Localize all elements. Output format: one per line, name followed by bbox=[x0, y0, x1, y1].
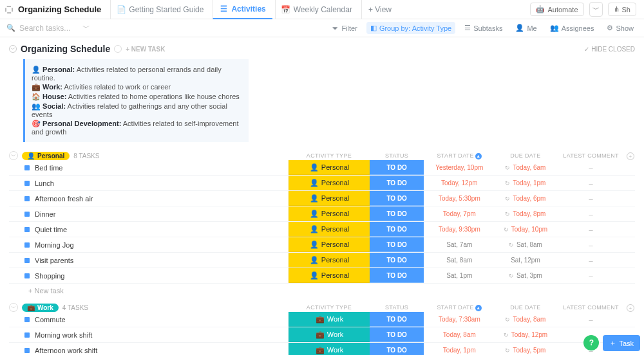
task-title-cell[interactable]: Morning work shift bbox=[9, 327, 289, 342]
due-date-cell[interactable]: ↻Sat, 3pm bbox=[495, 268, 556, 283]
add-column-button[interactable]: + bbox=[627, 304, 634, 312]
status-square[interactable] bbox=[24, 212, 30, 217]
search-tasks-input[interactable]: 🔍 Search tasks... ﹀ bbox=[6, 23, 90, 33]
due-date-cell[interactable]: ↻Sat, 8am bbox=[495, 237, 556, 252]
column-header-type[interactable]: ACTIVITY TYPE bbox=[288, 152, 370, 160]
column-header-status[interactable]: STATUS bbox=[370, 304, 423, 312]
task-title-cell[interactable]: Visit parents bbox=[9, 253, 289, 268]
column-header-due[interactable]: DUE DATE bbox=[495, 304, 556, 312]
show-button[interactable]: ⚙Show bbox=[603, 22, 638, 34]
add-column-button[interactable]: + bbox=[627, 152, 634, 160]
start-date-cell[interactable]: Today, 7pm bbox=[424, 206, 495, 221]
latest-comment-cell[interactable]: – bbox=[556, 312, 626, 327]
new-task-button[interactable]: ＋Task bbox=[603, 335, 640, 351]
due-date-cell[interactable]: ↻Today, 6am bbox=[495, 160, 556, 175]
status-square[interactable] bbox=[24, 348, 30, 353]
latest-comment-cell[interactable]: – bbox=[556, 160, 626, 175]
due-date-cell[interactable]: ↻Today, 1pm bbox=[495, 176, 556, 190]
activity-type-cell[interactable]: 👤Personal bbox=[289, 191, 370, 206]
status-square[interactable] bbox=[24, 181, 30, 186]
help-button[interactable]: ? bbox=[583, 335, 599, 350]
new-task-row[interactable]: + New task bbox=[9, 284, 635, 298]
task-row[interactable]: Quiet time 👤Personal TO DO Today, 9:30pm… bbox=[9, 222, 635, 237]
due-date-cell[interactable]: ↻Today, 10pm bbox=[495, 222, 556, 237]
collapse-list-button[interactable]: ﹀ bbox=[9, 45, 17, 53]
task-title-cell[interactable]: Morning Jog bbox=[9, 237, 289, 252]
hide-closed-toggle[interactable]: ✓ HIDE CLOSED bbox=[584, 46, 635, 53]
activity-type-cell[interactable]: 💼Work bbox=[289, 327, 370, 342]
status-square[interactable] bbox=[24, 196, 30, 201]
latest-comment-cell[interactable]: – bbox=[556, 268, 626, 283]
column-header-comment[interactable]: LATEST COMMENT bbox=[556, 152, 626, 160]
task-row[interactable]: Bed time 👤Personal TO DO Yesterday, 10pm… bbox=[9, 160, 635, 176]
share-button[interactable]: ⋔ Sh bbox=[608, 3, 636, 16]
task-title-cell[interactable]: Lunch bbox=[9, 176, 289, 190]
status-square[interactable] bbox=[24, 317, 30, 322]
task-title-cell[interactable]: Afternoon work shift bbox=[9, 343, 289, 355]
start-date-cell[interactable]: Today, 7:30am bbox=[424, 312, 495, 327]
start-date-cell[interactable]: Today, 8am bbox=[424, 327, 495, 342]
status-square[interactable] bbox=[24, 332, 30, 338]
status-cell[interactable]: TO DO bbox=[370, 268, 423, 283]
task-row[interactable]: Shopping 👤Personal TO DO Sat, 1pm ↻Sat, … bbox=[9, 268, 635, 284]
activity-type-cell[interactable]: 👤Personal bbox=[289, 268, 370, 283]
status-cell[interactable]: TO DO bbox=[370, 327, 423, 342]
status-cell[interactable]: TO DO bbox=[370, 176, 423, 190]
latest-comment-cell[interactable]: – bbox=[556, 222, 626, 237]
tab-activities[interactable]: ☰ Activities bbox=[213, 0, 272, 19]
start-date-cell[interactable]: Sat, 1pm bbox=[424, 268, 495, 283]
group-by-button[interactable]: ◧Group by: Activity Type bbox=[366, 22, 455, 34]
list-settings-button[interactable] bbox=[114, 45, 122, 53]
status-cell[interactable]: TO DO bbox=[370, 222, 423, 237]
task-title-cell[interactable]: Afternoon fresh air bbox=[9, 191, 289, 206]
column-header-status[interactable]: STATUS bbox=[370, 152, 423, 160]
activity-type-cell[interactable]: 👤Personal bbox=[289, 222, 370, 237]
latest-comment-cell[interactable]: – bbox=[556, 191, 626, 206]
column-header-type[interactable]: ACTIVITY TYPE bbox=[288, 304, 370, 312]
activity-type-cell[interactable]: 👤Personal bbox=[289, 160, 370, 175]
status-cell[interactable]: TO DO bbox=[370, 160, 423, 175]
start-date-cell[interactable]: Today, 12pm bbox=[424, 176, 495, 190]
tab-weekly-calendar[interactable]: 📅 Weekly Calendar bbox=[275, 0, 359, 19]
status-square[interactable] bbox=[24, 258, 30, 263]
latest-comment-cell[interactable]: – bbox=[556, 253, 626, 268]
due-date-cell[interactable]: ↻Today, 6pm bbox=[495, 191, 556, 206]
me-button[interactable]: 👤Me bbox=[511, 22, 540, 34]
activity-type-cell[interactable]: 👤Personal bbox=[289, 206, 370, 221]
tab-getting-started[interactable]: 📄 Getting Started Guide bbox=[110, 0, 210, 19]
activity-type-cell[interactable]: 👤Personal bbox=[289, 253, 370, 268]
start-date-cell[interactable]: Sat, 8am bbox=[424, 253, 495, 268]
start-date-cell[interactable]: Yesterday, 10pm bbox=[424, 160, 495, 175]
status-cell[interactable]: TO DO bbox=[370, 253, 423, 268]
filter-button[interactable]: ⏷Filter bbox=[328, 23, 361, 34]
task-row[interactable]: Morning Jog 👤Personal TO DO Sat, 7am ↻Sa… bbox=[9, 237, 635, 253]
automate-button[interactable]: 🤖 Automate bbox=[530, 3, 583, 16]
add-view-button[interactable]: + View bbox=[361, 0, 398, 19]
status-cell[interactable]: TO DO bbox=[370, 237, 423, 252]
latest-comment-cell[interactable]: – bbox=[556, 237, 626, 252]
status-cell[interactable]: TO DO bbox=[370, 206, 423, 221]
due-date-cell[interactable]: ↻Today, 12pm bbox=[495, 327, 556, 342]
activity-type-cell[interactable]: 👤Personal bbox=[289, 176, 370, 190]
subtasks-button[interactable]: ☰Subtasks bbox=[460, 22, 506, 34]
column-header-due[interactable]: DUE DATE bbox=[495, 152, 556, 160]
task-row[interactable]: Dinner 👤Personal TO DO Today, 7pm ↻Today… bbox=[9, 206, 635, 222]
activity-type-cell[interactable]: 👤Personal bbox=[289, 237, 370, 252]
automate-dropdown[interactable]: ﹀ bbox=[589, 2, 603, 17]
status-square[interactable] bbox=[24, 273, 30, 278]
task-title-cell[interactable]: Commute bbox=[9, 312, 289, 327]
status-cell[interactable]: TO DO bbox=[370, 312, 423, 327]
task-row[interactable]: Afternoon work shift 💼Work TO DO Today, … bbox=[9, 343, 635, 355]
status-cell[interactable]: TO DO bbox=[370, 191, 423, 206]
task-title-cell[interactable]: Bed time bbox=[9, 160, 289, 175]
due-date-cell[interactable]: ↻Today, 8am bbox=[495, 312, 556, 327]
new-task-link[interactable]: + NEW TASK bbox=[126, 46, 165, 53]
task-title-cell[interactable]: Shopping bbox=[9, 268, 289, 283]
task-row[interactable]: Morning work shift 💼Work TO DO Today, 8a… bbox=[9, 327, 635, 343]
activity-type-cell[interactable]: 💼Work bbox=[289, 343, 370, 355]
task-row[interactable]: Commute 💼Work TO DO Today, 7:30am ↻Today… bbox=[9, 312, 635, 327]
status-cell[interactable]: TO DO bbox=[370, 343, 423, 355]
due-date-cell[interactable]: ↻Today, 8pm bbox=[495, 206, 556, 221]
task-row[interactable]: Afternoon fresh air 👤Personal TO DO Toda… bbox=[9, 191, 635, 206]
start-date-cell[interactable]: Sat, 7am bbox=[424, 237, 495, 252]
